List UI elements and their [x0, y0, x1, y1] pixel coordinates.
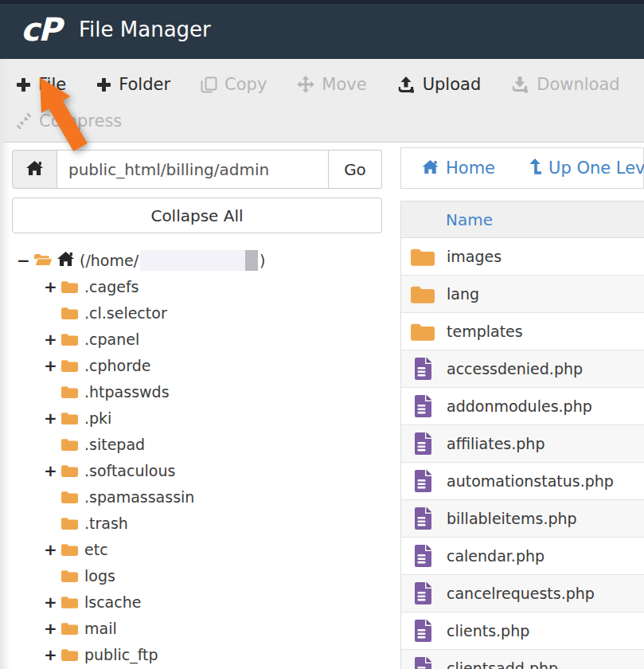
toolbar-button-label: Copy — [224, 75, 267, 94]
redacted-username — [140, 250, 258, 271]
open-folder-icon — [34, 252, 53, 269]
home-icon — [422, 158, 439, 178]
tree-item-dot-cagefs[interactable]: +.cagefs — [17, 273, 382, 299]
tree-item-public_ftp[interactable]: +public_ftp — [17, 641, 382, 667]
tree-item-logs[interactable]: logs — [17, 562, 382, 589]
file-row-automationstatus.php[interactable]: automationstatus.php — [401, 463, 644, 500]
file-row-clientsadd.php[interactable]: clientsadd.php — [401, 650, 644, 669]
go-button-label: Go — [344, 160, 366, 179]
file-row-addonmodules.php[interactable]: addonmodules.php — [401, 388, 644, 425]
tree-item-mail[interactable]: +mail — [17, 615, 382, 641]
file-row-images[interactable]: images — [401, 238, 644, 276]
file-row-calendar.php[interactable]: calendar.php — [401, 538, 644, 575]
tree-item-dot-sitepad[interactable]: .sitepad — [17, 431, 382, 457]
file-row-clients.php[interactable]: clients.php — [401, 612, 644, 650]
name-column-header[interactable]: Name — [401, 201, 644, 238]
up-one-level-icon — [529, 158, 541, 178]
file-row-lang[interactable]: lang — [401, 276, 644, 313]
tree-expand-toggle[interactable]: + — [44, 277, 61, 296]
up-one-level-link[interactable]: Up One Level — [529, 158, 644, 178]
toolbar-button-compress[interactable]: Compress — [16, 111, 122, 131]
tree-item-dot-spamassassin[interactable]: .spamassassin — [17, 483, 382, 510]
file-row-affiliates.php[interactable]: affiliates.php — [401, 425, 644, 463]
plus-icon — [16, 77, 31, 92]
tree-item-lscache[interactable]: +lscache — [17, 589, 382, 615]
file-doc-icon — [413, 469, 432, 493]
home-blue-icon — [422, 160, 439, 174]
folder-open-icon — [34, 253, 53, 266]
tree-item-label: .sitepad — [84, 436, 145, 453]
tree-collapse-toggle[interactable]: − — [17, 251, 34, 270]
tree-item-dot-cphorde[interactable]: +.cphorde — [17, 352, 382, 378]
upload-icon — [397, 76, 416, 93]
tree-item-dot-trash[interactable]: .trash — [17, 510, 382, 536]
file-row-label: images — [447, 248, 502, 265]
tree-item-label: .cphorde — [84, 357, 150, 374]
toolbar-button-upload[interactable]: Upload — [397, 75, 482, 94]
tree-expand-toggle[interactable]: + — [44, 461, 61, 480]
tree-item-dot-htpasswds[interactable]: .htpasswds — [17, 378, 382, 405]
file-row-label: clientsadd.php — [447, 659, 558, 669]
tree-expand-toggle[interactable]: + — [44, 645, 61, 664]
file-row-accessdenied.php[interactable]: accessdenied.php — [401, 350, 644, 388]
toolbar-button-label: Compress — [39, 111, 122, 131]
tree-expand-toggle[interactable]: + — [44, 330, 61, 349]
tree-expand-toggle[interactable]: + — [44, 356, 61, 375]
tree-item-dot-cl.selector[interactable]: .cl.selector — [17, 299, 382, 326]
tree-expand-toggle[interactable]: + — [44, 619, 61, 638]
go-button[interactable]: Go — [329, 150, 382, 189]
toolbar-button-copy[interactable]: Copy — [201, 75, 267, 94]
collapse-all-button[interactable]: Collapse All — [12, 198, 382, 233]
file-row-label: calendar.php — [447, 547, 544, 565]
tree-item-dot-softaculous[interactable]: +.softaculous — [17, 457, 382, 483]
folder-large-icon — [411, 248, 435, 266]
file-row-label: clients.php — [447, 622, 529, 640]
toolbar-button-folder[interactable]: Folder — [96, 75, 170, 94]
file-row-label: cancelrequests.php — [447, 585, 595, 602]
file-doc-icon — [413, 581, 432, 605]
cpanel-logo: cP — [21, 14, 60, 45]
left-edge-shade — [0, 59, 10, 669]
toolbar-row-1: FileFolderCopyMoveUploadDownloadDelete — [16, 67, 644, 102]
toolbar-button-file[interactable]: File — [16, 75, 66, 94]
toolbar-button-move[interactable]: Move — [297, 75, 366, 94]
tree-expand-toggle[interactable]: + — [44, 593, 61, 612]
tree-expand-toggle[interactable]: + — [44, 409, 61, 428]
file-row-templates[interactable]: templates — [401, 313, 644, 350]
file-row-icon-box — [410, 432, 435, 456]
file-row-cancelrequests.php[interactable]: cancelrequests.php — [401, 575, 644, 612]
file-row-billableitems.php[interactable]: billableitems.php — [401, 500, 644, 538]
home-link[interactable]: Home — [422, 158, 495, 178]
folder-closed-icon — [61, 543, 78, 556]
file-row-icon-box — [410, 285, 435, 303]
toolbar-button-label: File — [38, 75, 66, 94]
toolbar-button-download[interactable]: Download — [511, 75, 619, 94]
name-header-label: Name — [446, 210, 493, 229]
move-icon — [297, 76, 314, 93]
tree-item-dot-pki[interactable]: +.pki — [17, 405, 382, 431]
file-list-panel: Home Up One Level Name imageslangtemplat… — [400, 147, 644, 669]
compress-icon — [16, 113, 32, 129]
file-row-icon-box — [410, 248, 435, 266]
home-icon — [26, 161, 43, 178]
plus-icon — [96, 77, 111, 92]
folder-closed-icon — [61, 359, 78, 372]
tree-item-label: mail — [84, 620, 117, 637]
file-row-icon-box — [410, 544, 435, 568]
app-header: cP File Manager — [0, 0, 644, 59]
tree-root-row[interactable]: − (/home/) — [17, 247, 382, 273]
path-input[interactable] — [57, 150, 329, 189]
path-bar: Go — [12, 150, 382, 189]
tree-item-label: .htpasswds — [84, 383, 170, 401]
tree-item-etc[interactable]: +etc — [17, 536, 382, 562]
tree-expand-toggle[interactable]: + — [44, 540, 61, 559]
tree-item-dot-cpanel[interactable]: +.cpanel — [17, 326, 382, 352]
home-directory-button[interactable] — [12, 150, 57, 189]
file-doc-icon — [413, 544, 432, 568]
file-row-icon-box — [410, 357, 435, 381]
up-one-level-icon — [529, 158, 541, 174]
file-doc-icon — [413, 357, 432, 381]
folder-closed-icon — [61, 412, 78, 424]
tree-item-label: public_ftp — [84, 646, 158, 663]
folder-large-icon — [411, 323, 435, 341]
